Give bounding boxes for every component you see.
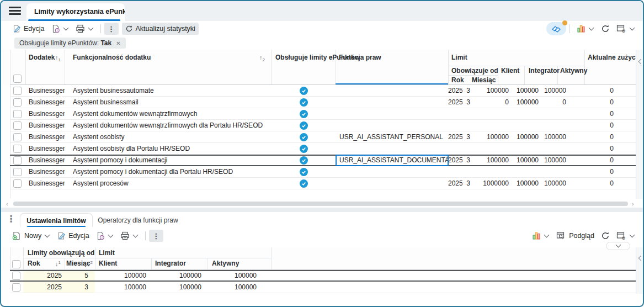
row-checkbox[interactable] <box>12 272 20 280</box>
row-checkbox-cell <box>10 97 25 108</box>
cell-miesiac: 3 <box>462 156 471 165</box>
preview-button[interactable]: Podgląd <box>553 230 598 242</box>
scrollbar-thumb[interactable] <box>13 202 628 206</box>
check-badge-icon <box>300 110 308 118</box>
column-header-miesiac[interactable]: Miesiąc <box>66 260 90 267</box>
tab-ustawienia-limitow[interactable]: Ustawienia limitów <box>20 213 93 227</box>
cell-miesiac: 5 <box>65 271 95 280</box>
document-info-button[interactable]: i <box>48 23 72 35</box>
chart-view-button[interactable] <box>573 23 598 35</box>
table-row[interactable]: Businessgenius Asystent businessmail 202… <box>10 97 636 108</box>
column-group-limity-obowiazuja-od[interactable]: Limity obowiązują od <box>28 249 94 257</box>
select-all-checkbox[interactable] <box>13 75 22 83</box>
table-row[interactable]: Businessgenius Asystent procesów 2025 3 … <box>10 178 636 189</box>
bottom-tabs-bar: ••• Ustawienia limitów Operatorzy dla fu… <box>1 212 643 227</box>
select-all-checkbox[interactable] <box>12 260 20 268</box>
column-group-limit[interactable]: Limit <box>451 54 467 61</box>
collapse-panel-left-icon[interactable] <box>638 256 644 261</box>
panel-splitter[interactable] <box>1 208 643 212</box>
column-header-klient[interactable]: Klient <box>501 67 519 75</box>
cell-funkcjonalnosc: Asystent pomocy i dokumentacji dla Porta… <box>65 166 272 177</box>
column-header-dodatek[interactable]: Dodatek <box>29 54 55 61</box>
column-header-funkcja-praw[interactable]: Funkcja praw <box>339 54 381 61</box>
check-badge-icon <box>300 145 308 153</box>
column-header-funkcjonalnosc[interactable]: Funkcjonalność dodatku <box>73 54 151 61</box>
cell-miesiac <box>462 166 471 177</box>
cell-klient: 100000 <box>471 131 510 142</box>
column-header-aktywny[interactable]: Aktywny <box>560 67 587 75</box>
table-row-selected[interactable]: Businessgenius Asystent pomocy i dokumen… <box>10 155 636 166</box>
table-row[interactable]: Businessgenius Asystent pomocy i dokumen… <box>10 166 636 178</box>
chart-view-button[interactable] <box>529 230 553 242</box>
column-header-aktualne-zuzycie[interactable]: Aktualne zużycie <box>588 54 641 61</box>
update-statistics-button[interactable]: Aktualizuj statystyki <box>122 23 199 35</box>
cell-funkcja-praw <box>336 85 448 96</box>
column-header-integrator[interactable]: Integrator <box>155 260 186 267</box>
print-button[interactable] <box>117 230 142 242</box>
row-checkbox[interactable] <box>13 87 22 95</box>
cell-dodatek: Businessgenius <box>25 166 65 177</box>
row-checkbox-cell <box>10 131 25 142</box>
row-checkbox[interactable] <box>13 156 22 165</box>
table-row[interactable]: Businessgenius Asystent businessautomate… <box>10 85 636 97</box>
scroll-left-icon[interactable]: ‹ <box>6 200 8 207</box>
drag-handle-icon[interactable]: ••• <box>10 215 12 223</box>
bottom-table-header: Limity obowiązują od Limit Rok ↓1 Miesią… <box>1 247 636 270</box>
row-checkbox[interactable] <box>13 133 22 141</box>
table-row[interactable]: Businessgenius Asystent dokumentów wewną… <box>10 108 636 120</box>
cell-rok: 2025 <box>448 156 462 165</box>
row-checkbox[interactable] <box>13 121 22 130</box>
column-header-klient[interactable]: Klient <box>99 260 117 267</box>
table-row[interactable]: Businessgenius Asystent osobisty USR_AI_… <box>10 131 636 143</box>
column-header-aktywny[interactable]: Aktywny <box>212 260 239 267</box>
cell-funkcja-praw <box>336 178 448 189</box>
more-actions-button[interactable]: ⋮ <box>149 230 163 242</box>
row-checkbox[interactable] <box>13 179 22 188</box>
collapse-panel-pill[interactable] <box>606 242 630 250</box>
layout-panels-button[interactable] <box>546 22 566 35</box>
tab-label: Ustawienia limitów <box>26 217 86 225</box>
refresh-grid-button[interactable] <box>598 23 613 35</box>
document-info-button[interactable]: i <box>93 230 117 242</box>
refresh-grid-button[interactable] <box>598 230 613 242</box>
collapse-panel-left-icon[interactable] <box>638 59 644 65</box>
print-button[interactable] <box>72 23 97 35</box>
row-checkbox-cell <box>10 156 25 165</box>
edit-button[interactable]: Edycja <box>54 230 93 242</box>
filter-chip-close-icon[interactable]: ✕ <box>116 40 120 46</box>
chevron-down-icon <box>630 232 635 238</box>
table-row[interactable]: Businessgenius Asystent osobisty dla Por… <box>10 143 636 155</box>
row-checkbox[interactable] <box>13 168 22 176</box>
column-header-integrator[interactable]: Integrator <box>529 67 560 75</box>
column-header-rok[interactable]: Rok <box>451 76 464 84</box>
hamburger-menu-icon[interactable] <box>9 7 21 15</box>
grid-settings-button[interactable]: ⚙ <box>613 230 638 242</box>
cell-rok <box>448 120 462 131</box>
more-actions-button[interactable]: ⋮ <box>104 23 119 35</box>
column-header-rok[interactable]: Rok <box>28 260 40 267</box>
column-header-miesiac[interactable]: Miesiąc <box>472 76 496 84</box>
row-checkbox[interactable] <box>13 145 22 153</box>
main-tab[interactable]: Limity wykorzystania ePunktów <box>26 3 125 21</box>
row-checkbox[interactable] <box>13 98 22 107</box>
row-checkbox-cell <box>10 282 23 293</box>
new-button[interactable]: Nowy <box>9 230 54 242</box>
table-row-selected[interactable]: 2025 5 100000 100000 100000 <box>10 270 636 282</box>
refresh-icon <box>601 24 610 33</box>
grid-settings-button[interactable]: ⚙ <box>613 23 638 35</box>
edit-button[interactable]: Edycja <box>9 23 48 35</box>
table-row[interactable]: 2025 3 100000 100000 100000 <box>10 282 636 293</box>
cell-funkcjonalnosc: Asystent pomocy i dokumentacji <box>65 156 272 165</box>
tab-operatorzy[interactable]: Operatorzy dla funkcji praw <box>94 213 182 227</box>
table-row[interactable]: Businessgenius Asystent dokumentów wewną… <box>10 120 636 131</box>
row-checkbox[interactable] <box>13 110 22 118</box>
cell-klient: 100000 <box>95 282 151 293</box>
row-checkbox[interactable] <box>12 283 20 292</box>
column-group-obowiazuje-od[interactable]: Obowiązuje od <box>451 67 498 75</box>
cell-dodatek: Businessgenius <box>25 120 65 131</box>
cell-klient: 100000 <box>471 156 510 165</box>
scroll-right-icon[interactable]: › <box>632 200 634 207</box>
svg-text:i: i <box>56 28 57 32</box>
filter-chip[interactable]: Obsługuje limity ePunktów: Tak ✕ <box>14 38 126 49</box>
column-group-limit[interactable]: Limit <box>99 249 115 257</box>
